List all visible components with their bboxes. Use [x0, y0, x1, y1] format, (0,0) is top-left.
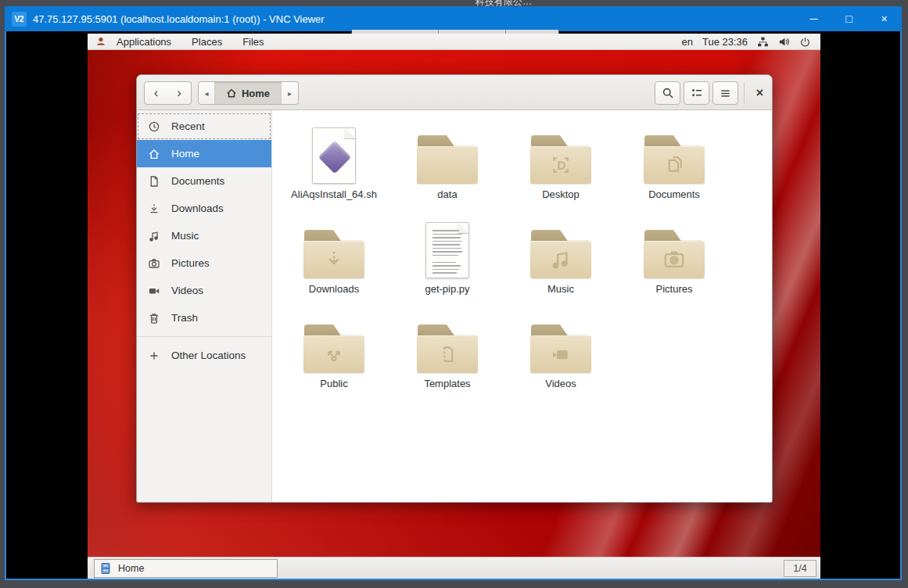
music-emblem-icon: [530, 241, 591, 278]
script-emblem: [318, 141, 351, 174]
folder-icon: [303, 324, 364, 373]
file-item-get-pip-py[interactable]: get-pip.py: [391, 214, 504, 302]
sidebar-item-documents[interactable]: Documents: [137, 167, 271, 195]
desktop-stage: 科技有限公… V2 47.75.127.95:5901 (localhost.l…: [0, 0, 908, 588]
view-toggle-button[interactable]: [684, 81, 709, 105]
forward-icon: ›: [177, 86, 181, 101]
sidebar-item-label: Documents: [171, 175, 224, 187]
file-item-music[interactable]: Music: [504, 214, 617, 302]
sidebar-item-label: Videos: [171, 285, 203, 296]
close-window-button[interactable]: ×: [749, 82, 770, 103]
folder-icon: [278, 214, 390, 278]
sidebar-item-other-locations[interactable]: Other Locations: [137, 342, 271, 369]
file-item-documents[interactable]: Documents: [618, 120, 730, 207]
menu-places[interactable]: Places: [181, 34, 232, 49]
file-item-label: Music: [504, 283, 617, 295]
file-item-pictures[interactable]: Pictures: [618, 214, 730, 302]
path-scroll-right-button[interactable]: ▸: [282, 81, 299, 105]
file-item-videos[interactable]: Videos: [504, 309, 617, 396]
video-icon: [148, 285, 160, 297]
vnc-titlebar[interactable]: V2 47.75.127.95:5901 (localhost.localdom…: [5, 6, 902, 31]
volume-icon[interactable]: [778, 36, 790, 48]
folder-icon: [530, 230, 591, 278]
file-item-label: AliAqsInstall_64.sh: [278, 188, 390, 200]
network-icon[interactable]: [757, 36, 769, 48]
clock-icon: [148, 120, 160, 133]
file-item-label: data: [391, 188, 504, 200]
keyboard-layout-indicator[interactable]: en: [681, 36, 692, 48]
background-window-titlebar: 科技有限公…: [0, 0, 908, 6]
workspace-pager[interactable]: 1/4: [784, 560, 816, 577]
text-file-icon: [391, 214, 504, 278]
file-item-desktop[interactable]: Desktop: [504, 120, 617, 207]
downloads-emblem-icon: [303, 241, 364, 278]
menu-applications[interactable]: Applications: [106, 34, 181, 49]
folder-icon: [644, 135, 705, 184]
text-lines: [432, 230, 462, 276]
back-icon: ‹: [154, 86, 159, 101]
vnc-logo-icon: V2: [12, 12, 27, 27]
folder-icon: [504, 309, 617, 373]
document-icon: [148, 175, 160, 188]
sidebar-item-label: Trash: [171, 312, 198, 324]
back-button[interactable]: ‹: [144, 81, 168, 105]
pictures-emblem-icon: [644, 241, 705, 278]
sidebar-item-label: Other Locations: [171, 350, 246, 361]
current-location-label: Home: [242, 88, 270, 99]
sidebar-item-videos[interactable]: Videos: [137, 277, 271, 304]
sidebar-item-trash[interactable]: Trash: [137, 304, 271, 332]
sidebar-item-label: Pictures: [171, 257, 210, 269]
camera-icon: [148, 257, 160, 270]
search-button[interactable]: [655, 81, 680, 105]
vnc-viewer-window: V2 47.75.127.95:5901 (localhost.localdom…: [5, 6, 902, 580]
script-file-icon: [278, 120, 390, 184]
folder-icon: [530, 135, 591, 184]
minimize-button[interactable]: ─: [796, 6, 831, 31]
sidebar-item-label: Home: [171, 148, 199, 160]
taskbar-window-label: Home: [118, 563, 144, 574]
path-left-icon: ◂: [204, 89, 208, 98]
folder-icon: [417, 135, 478, 184]
folder-icon: [504, 120, 617, 184]
text-file-icon: [425, 222, 469, 278]
file-item-label: Templates: [391, 378, 504, 389]
folder-icon: [504, 214, 617, 278]
applications-menu-icon: [95, 36, 106, 47]
sidebar-item-downloads[interactable]: Downloads: [137, 195, 271, 222]
file-item-downloads[interactable]: Downloads: [278, 214, 390, 302]
sidebar-item-home[interactable]: Home: [137, 140, 271, 167]
file-item-label: Pictures: [618, 283, 730, 295]
home-icon: [148, 148, 160, 160]
taskbar-window-button[interactable]: Home: [94, 559, 278, 578]
file-item-data[interactable]: data: [391, 120, 504, 207]
folder-icon: [278, 309, 390, 373]
header-separator: [744, 82, 745, 104]
videos-emblem-icon: [530, 335, 591, 373]
menu-files[interactable]: Files: [232, 34, 274, 49]
file-item-templates[interactable]: Templates: [391, 309, 504, 396]
desktop-emblem-icon: [530, 146, 591, 184]
remote-desktop-screen: Applications Places Files en Tue 23:36: [88, 34, 820, 579]
path-home-button[interactable]: Home: [214, 81, 282, 105]
files-header-bar: ‹ › ◂ Home ▸: [137, 75, 772, 110]
files-app-window: ‹ › ◂ Home ▸: [136, 74, 773, 503]
maximize-button[interactable]: □: [831, 6, 867, 31]
background-window-title: 科技有限公…: [476, 0, 532, 6]
sidebar-item-recent[interactable]: Recent: [137, 113, 271, 140]
path-scroll-left-button[interactable]: ◂: [198, 81, 215, 105]
sidebar-separator: [137, 336, 271, 337]
music-icon: [148, 230, 160, 242]
documents-emblem-icon: [644, 146, 705, 184]
sidebar-item-music[interactable]: Music: [137, 222, 271, 249]
download-icon: [148, 203, 160, 215]
power-icon[interactable]: [799, 36, 811, 48]
window-menu-button[interactable]: [712, 81, 738, 105]
file-item-public[interactable]: Public: [278, 309, 390, 396]
folder-icon: [530, 324, 591, 373]
file-item-aliaqsinstall-64-sh[interactable]: AliAqsInstall_64.sh: [278, 120, 390, 207]
forward-button[interactable]: ›: [167, 81, 192, 105]
clock[interactable]: Tue 23:36: [702, 36, 748, 48]
close-button[interactable]: ×: [867, 6, 902, 31]
sidebar-item-pictures[interactable]: Pictures: [137, 249, 271, 277]
gnome-top-bar: Applications Places Files en Tue 23:36: [88, 34, 820, 50]
